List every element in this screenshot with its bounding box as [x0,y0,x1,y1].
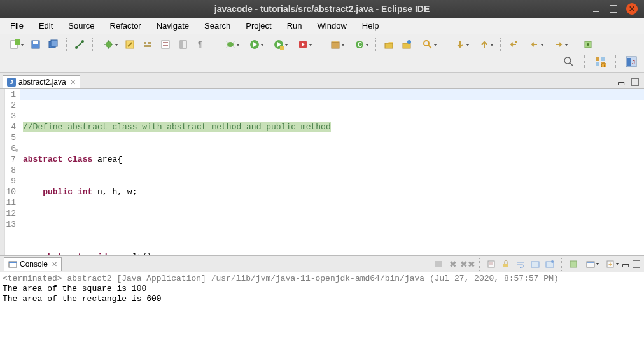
next-annotation-button[interactable] [449,37,471,52]
svg-rect-44 [596,62,599,66]
word-wrap-button[interactable] [515,258,526,270]
menu-edit[interactable]: Edit [32,19,59,32]
svg-rect-19 [163,42,168,43]
window-title: javacode - tutorials/src/abstract2.java … [214,4,430,14]
console-tab-label: Console [20,260,48,269]
last-edit-button[interactable] [506,37,521,52]
remove-launch-button[interactable]: ✖ [447,258,459,270]
java-perspective-button[interactable]: J [624,54,639,69]
menu-help[interactable]: Help [356,19,386,32]
svg-rect-54 [488,261,494,267]
svg-rect-58 [531,262,539,267]
svg-text:¶: ¶ [198,40,202,49]
svg-point-9 [106,41,112,48]
svg-text:+: + [608,260,612,268]
debug-run-button[interactable] [220,37,241,52]
mark-occurrences-button[interactable] [158,37,173,52]
quick-access-search-icon[interactable] [561,54,577,69]
new-button[interactable] [4,37,25,52]
new-console-dropdown[interactable]: +▾ [602,258,619,270]
line-number-gutter: 123456⊖78910111213 [5,89,20,255]
menu-search[interactable]: Search [198,19,237,32]
svg-point-40 [564,57,571,64]
editor-tab-close-icon[interactable]: ✕ [70,78,76,87]
console-tab[interactable]: Console ✕ [4,257,62,271]
svg-line-36 [428,45,431,48]
editor-tab-label: abstract2.java [18,78,66,87]
open-task-button[interactable] [399,37,414,52]
editor-minimize-button[interactable]: ▭ [617,78,625,86]
coverage-button[interactable] [268,37,290,52]
svg-rect-32 [385,43,393,48]
remove-all-button[interactable]: ✖✖ [462,258,473,270]
svg-rect-4 [33,41,38,44]
svg-rect-6 [51,40,57,46]
title-bar: javacode - tutorials/src/abstract2.java … [0,0,644,18]
terminate-button[interactable] [433,258,444,270]
debug-button[interactable] [98,37,120,52]
toggle-breadcrumb-button[interactable] [140,37,155,52]
menu-source[interactable]: Source [62,19,101,32]
forward-button[interactable] [548,37,570,52]
svg-rect-52 [9,262,17,263]
scroll-lock-button[interactable] [500,258,512,270]
svg-rect-33 [403,43,410,48]
toggle-highlight-button[interactable] [122,37,137,52]
display-selected-button[interactable] [568,258,579,270]
prev-annotation-button[interactable] [473,37,495,52]
save-button[interactable] [28,37,43,52]
svg-rect-27 [280,46,284,50]
svg-point-39 [587,43,589,46]
window-minimize-button[interactable] [592,4,601,13]
svg-rect-61 [570,261,577,267]
menu-file[interactable]: File [4,19,30,32]
menu-run[interactable]: Run [281,19,309,32]
console-tab-close-icon[interactable]: ✕ [52,260,57,269]
text-cursor [332,123,332,132]
console-view: Console ✕ ✖ ✖✖ ▾ +▾ ▭ <terminated> abstr… [0,255,644,338]
code-content[interactable]: //Define abstract class with abstract me… [20,89,644,255]
run-last-button[interactable] [292,37,314,52]
svg-rect-15 [144,42,146,44]
menu-refactor[interactable]: Refactor [104,19,148,32]
console-output[interactable]: <terminated> abstract2 [Java Application… [0,272,644,338]
menu-window[interactable]: Window [311,19,353,32]
svg-text:J: J [632,59,635,66]
console-minimize-button[interactable]: ▭ [622,260,629,268]
code-editor[interactable]: 123456⊖78910111213 //Define abstract cla… [0,89,644,255]
menu-project[interactable]: Project [239,19,277,32]
svg-point-37 [515,41,517,43]
svg-rect-43 [601,57,605,61]
link-editor-button[interactable] [72,37,87,52]
folding-ruler [0,89,5,255]
window-close-button[interactable]: ✕ [626,3,638,15]
console-icon [8,260,17,269]
new-java-package-button[interactable] [325,37,346,52]
block-selection-button[interactable] [176,37,191,52]
back-button[interactable] [524,37,545,52]
menu-navigate[interactable]: Navigate [150,19,195,32]
menu-bar: File Edit Source Refactor Navigate Searc… [0,18,644,34]
save-all-button[interactable] [46,37,61,52]
window-maximize-button[interactable] [610,5,617,13]
console-status-line: <terminated> abstract2 [Java Application… [3,274,641,284]
pin-console-button[interactable] [544,258,556,270]
svg-rect-20 [163,45,168,46]
run-button[interactable] [244,37,265,52]
new-java-class-button[interactable]: C [349,37,370,52]
svg-line-41 [570,63,573,66]
show-whitespace-button[interactable]: ¶ [193,37,209,52]
open-console-dropdown[interactable]: ▾ [582,258,599,270]
console-maximize-button[interactable] [633,260,640,268]
show-console-button[interactable] [529,258,541,270]
open-perspective-button[interactable]: + [592,54,608,69]
editor-maximize-button[interactable] [631,78,639,86]
open-type-button[interactable] [381,37,396,52]
editor-tab-abstract2[interactable]: J abstract2.java ✕ [3,75,80,88]
console-header: Console ✕ ✖ ✖✖ ▾ +▾ ▭ [0,256,644,272]
svg-point-60 [551,260,554,263]
svg-rect-29 [332,42,339,48]
pin-editor-button[interactable] [580,37,596,52]
search-button[interactable] [417,37,438,52]
clear-console-button[interactable] [486,258,497,270]
